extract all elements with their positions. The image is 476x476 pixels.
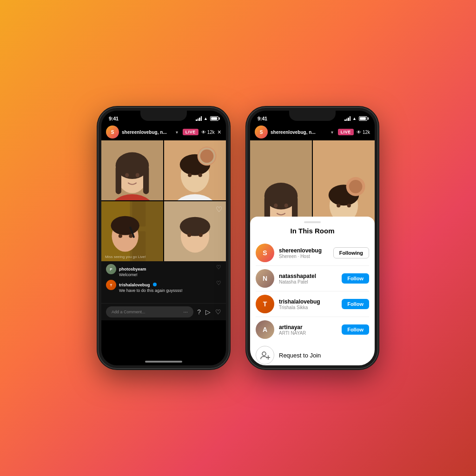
svg-point-17 xyxy=(198,173,202,177)
svg-point-48 xyxy=(337,204,340,207)
host-avatar-left: S xyxy=(106,126,119,139)
svg-point-40 xyxy=(274,204,278,208)
svg-point-41 xyxy=(284,204,288,208)
svg-point-8 xyxy=(136,173,139,177)
svg-point-26 xyxy=(119,234,122,238)
comment-row-1: P photosbyeam Welcome! ♡ xyxy=(106,264,221,277)
signal-icon-right xyxy=(344,116,350,121)
live-badge-right: LIVE xyxy=(338,129,354,135)
room-user-list: S shereenlovebug Shereen · Host Followin… xyxy=(250,240,375,342)
miss-seeing-text: Miss seeing you go Live! xyxy=(105,255,146,259)
live-username-left: shereenlovebug, n... xyxy=(122,130,173,135)
subtext-artinayar: ARTI NAYAR xyxy=(279,331,337,336)
comment-username-1: photosbyeam xyxy=(119,267,146,271)
room-item-shereenlovebug: S shereenlovebug Shereen · Host Followin… xyxy=(256,240,369,266)
follow-button-natasshapatel[interactable]: Follow xyxy=(342,273,369,284)
svg-point-49 xyxy=(347,204,351,207)
comments-area-left: P photosbyeam Welcome! ♡ T trishalaloveb… xyxy=(101,261,226,303)
status-time-left: 9:41 xyxy=(109,116,119,121)
comment-input-bar: Add a Comment... ··· ? ▷ ♡ xyxy=(101,303,226,320)
live-header-left: S shereenlovebug, n... ▾ LIVE 👁 12k × xyxy=(101,124,226,140)
room-item-trishalalovebug: T trishalalovebug Trishala Sikka Follow xyxy=(256,291,369,317)
views-count-left: 👁 12k xyxy=(201,130,215,135)
phones-container: 9:41 ▲ S shereenlovebug, xyxy=(99,108,377,368)
wifi-icon-right: ▲ xyxy=(352,116,357,121)
question-icon[interactable]: ? xyxy=(197,308,201,316)
close-button-left[interactable]: × xyxy=(218,128,221,136)
status-icons-right: ▲ xyxy=(344,116,367,121)
phone-left: 9:41 ▲ S shereenlovebug, xyxy=(99,108,229,368)
subtext-shereenlovebug: Shereen · Host xyxy=(279,254,329,259)
wifi-icon-left: ▲ xyxy=(204,116,208,121)
live-header-right: S shereenlovebug, n... ▾ LIVE 👁 12k xyxy=(250,124,375,140)
heart-icon-br: ♡ xyxy=(216,205,222,214)
comment-text-2: We have to do this again guyssss! xyxy=(119,288,213,293)
views-count-right: 👁 12k xyxy=(357,130,370,135)
notch-left xyxy=(140,111,187,121)
comment-avatar-2: T xyxy=(106,280,116,290)
live-username-right: shereenlovebug, n... xyxy=(271,130,328,135)
username-trishalalovebug: trishalalovebug xyxy=(279,298,337,305)
video-cell-top-right xyxy=(164,140,226,200)
svg-point-47 xyxy=(349,180,363,193)
svg-point-24 xyxy=(111,216,139,235)
avatar-shereenlovebug: S xyxy=(256,244,274,262)
video-cell-bottom-right: ♡ xyxy=(164,201,226,261)
host-avatar-right: S xyxy=(255,126,268,139)
following-button-shereenlovebug[interactable]: Following xyxy=(333,247,369,258)
eye-icon-right: 👁 xyxy=(357,130,361,135)
send-icon[interactable]: ▷ xyxy=(205,308,211,316)
subtext-trishalalovebug: Trishala Sikka xyxy=(279,305,337,310)
username-natasshapatel: natasshapatel xyxy=(279,273,337,279)
svg-point-50 xyxy=(262,352,266,356)
comment-text-1: Welcome! xyxy=(119,272,213,277)
svg-point-27 xyxy=(129,234,132,238)
svg-point-31 xyxy=(180,217,210,236)
request-join-text: Request to Join xyxy=(279,352,321,359)
svg-point-7 xyxy=(125,173,129,177)
in-this-room-sheet: In This Room S shereenlovebug Shereen · … xyxy=(250,217,375,365)
comment-input-field[interactable]: Add a Comment... ··· xyxy=(106,306,193,317)
video-cell-bottom-left: Miss seeing you go Live! xyxy=(101,201,163,261)
comment-heart-1: ♡ xyxy=(216,264,221,271)
sheet-drag-handle[interactable] xyxy=(304,221,321,223)
phone-right-inner: 9:41 ▲ S shereenlovebug, xyxy=(250,111,375,365)
comment-avatar-1: P xyxy=(106,264,116,274)
avatar-trishalalovebug: T xyxy=(256,295,274,313)
comment-row-2: T trishalalovebug We have to do this aga… xyxy=(106,280,221,293)
live-badge-left: LIVE xyxy=(183,129,198,135)
phone-left-inner: 9:41 ▲ S shereenlovebug, xyxy=(101,111,226,365)
video-cell-top-left xyxy=(101,140,163,200)
home-indicator-right xyxy=(294,361,331,363)
battery-icon-right xyxy=(359,116,367,121)
more-options-icon: ··· xyxy=(183,309,188,315)
battery-icon-left xyxy=(210,116,218,121)
verified-badge xyxy=(153,283,157,286)
svg-rect-6 xyxy=(143,165,149,194)
comment-username-2: trishalalovebug xyxy=(119,283,150,287)
avatar-natasshapatel: N xyxy=(256,269,274,288)
comment-heart-2: ♡ xyxy=(216,280,221,286)
subtext-natasshapatel: Natasha Patel xyxy=(279,279,337,284)
notch-right xyxy=(289,111,336,121)
home-indicator-left xyxy=(145,361,182,363)
svg-point-33 xyxy=(199,233,203,237)
video-grid-left: Miss seeing you go Live! ♡ xyxy=(101,140,226,261)
avatar-artinayar: A xyxy=(256,320,274,339)
follow-button-trishalalovebug[interactable]: Follow xyxy=(342,299,369,309)
room-item-artinayar: A artinayar ARTI NAYAR Follow xyxy=(256,317,369,342)
action-icons-left: ? ▷ ♡ xyxy=(197,308,221,316)
svg-point-15 xyxy=(200,149,214,163)
signal-icon-left xyxy=(196,116,202,121)
comment-placeholder: Add a Comment... xyxy=(112,310,145,314)
room-item-natasshapatel: N natasshapatel Natasha Patel Follow xyxy=(256,266,369,291)
eye-icon-left: 👁 xyxy=(201,130,206,135)
follow-button-artinayar[interactable]: Follow xyxy=(342,324,369,335)
username-artinayar: artinayar xyxy=(279,324,337,331)
chevron-down-icon-right: ▾ xyxy=(331,130,333,135)
request-join-icon xyxy=(256,346,274,364)
svg-rect-5 xyxy=(116,165,121,194)
status-time-right: 9:41 xyxy=(258,116,267,121)
like-icon[interactable]: ♡ xyxy=(215,308,221,316)
username-shereenlovebug: shereenlovebug xyxy=(279,247,329,254)
